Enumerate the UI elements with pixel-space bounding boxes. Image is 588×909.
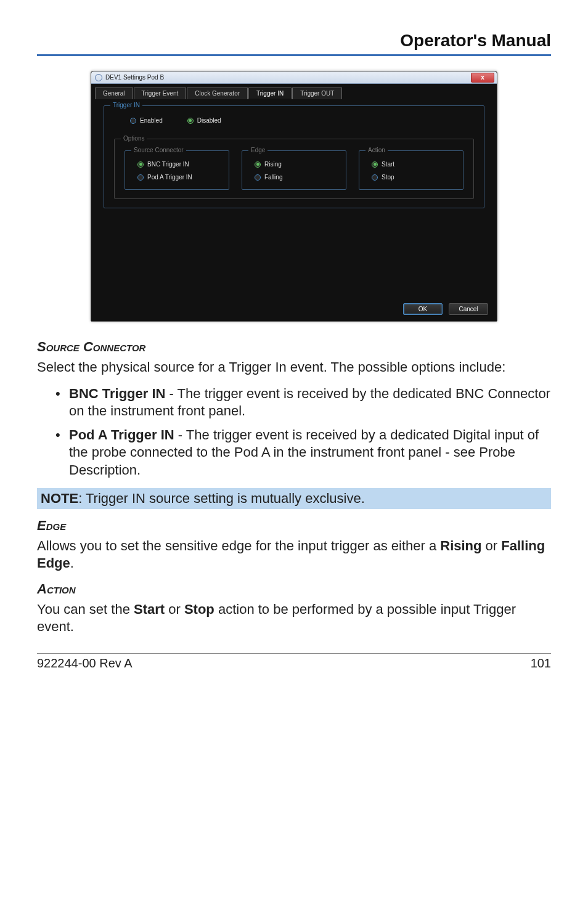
list-item: BNC Trigger IN - The trigger event is re… — [69, 385, 551, 420]
radio-falling-label: Falling — [264, 174, 282, 181]
radio-rising[interactable]: Rising — [255, 161, 337, 168]
text-source-intro: Select the physical source for a Trigger… — [37, 359, 551, 377]
heading-action: Action — [37, 581, 551, 597]
gear-icon — [95, 74, 102, 81]
source-options-list: BNC Trigger IN - The trigger event is re… — [37, 385, 551, 479]
note-prefix: NOTE — [41, 491, 78, 506]
radio-pod-a-trigger-in[interactable]: Pod A Trigger IN — [137, 174, 220, 181]
list-item: Pod A Trigger IN - The trigger event is … — [69, 426, 551, 479]
text-fragment: You can set the — [37, 601, 134, 617]
radio-stop-label: Stop — [382, 174, 394, 181]
radio-dot-icon — [137, 161, 144, 168]
page-footer: 922244-00 Rev A 101 — [37, 654, 551, 671]
group-action-legend: Action — [365, 147, 388, 153]
radio-pod-a-label: Pod A Trigger IN — [147, 174, 192, 181]
radio-dot-icon — [187, 118, 194, 124]
text-fragment: Allows you to set the sensitive edge for… — [37, 538, 440, 553]
group-edge-legend: Edge — [248, 147, 267, 153]
radio-stop[interactable]: Stop — [372, 174, 454, 181]
ok-button[interactable]: OK — [403, 303, 443, 315]
group-edge: Edge Rising Falling — [242, 150, 346, 190]
group-trigger-in-legend: Trigger IN — [110, 102, 142, 108]
settings-window: DEV1 Settings Pod B x General Trigger Ev… — [91, 71, 497, 322]
window-title: DEV1 Settings Pod B — [105, 74, 164, 81]
radio-disabled[interactable]: Disabled — [187, 117, 221, 124]
footer-rev: 922244-00 Rev A — [37, 656, 133, 671]
radio-bnc-trigger-in[interactable]: BNC Trigger IN — [137, 161, 220, 168]
group-action: Action Start Stop — [359, 150, 463, 190]
radio-enabled-label: Enabled — [140, 117, 163, 124]
radio-start-label: Start — [382, 161, 394, 168]
radio-enabled[interactable]: Enabled — [130, 117, 163, 124]
page-header-title: Operator's Manual — [37, 31, 551, 54]
cancel-button[interactable]: Cancel — [449, 303, 488, 315]
text-fragment: . — [70, 555, 74, 571]
window-body: General Trigger Event Clock Generator Tr… — [91, 84, 497, 297]
group-options-legend: Options — [121, 135, 147, 142]
tab-bar: General Trigger Event Clock Generator Tr… — [95, 88, 493, 99]
text-edge: Allows you to set the sensitive edge for… — [37, 537, 551, 573]
radio-bnc-label: BNC Trigger IN — [147, 161, 189, 168]
radio-start[interactable]: Start — [372, 161, 454, 168]
window-close-button[interactable]: x — [471, 73, 494, 83]
note-text: : Trigger IN source setting is mutually … — [78, 491, 365, 506]
heading-edge: Edge — [37, 518, 551, 534]
radio-dot-icon — [137, 174, 144, 181]
text-action: You can set the Start or Stop action to … — [37, 601, 551, 636]
tab-trigger-in[interactable]: Trigger IN — [248, 88, 292, 99]
footer-page-number: 101 — [531, 656, 551, 671]
tab-trigger-out[interactable]: Trigger OUT — [292, 88, 342, 99]
radio-dot-icon — [130, 118, 136, 124]
group-options: Options Source Connector BNC Trigger IN — [114, 139, 474, 199]
group-source-connector: Source Connector BNC Trigger IN Pod A Tr… — [125, 150, 229, 190]
radio-falling[interactable]: Falling — [255, 174, 337, 181]
text-bold-stop: Stop — [184, 601, 214, 617]
text-bold-start: Start — [134, 601, 165, 617]
radio-dot-icon — [372, 161, 378, 168]
tab-trigger-event[interactable]: Trigger Event — [134, 88, 187, 99]
text-fragment: or — [482, 538, 502, 553]
note-box: NOTE: Trigger IN source setting is mutua… — [37, 488, 551, 509]
close-icon: x — [481, 74, 484, 81]
heading-source-connector: Source Connector — [37, 339, 551, 355]
tab-clock-generator[interactable]: Clock Generator — [187, 88, 248, 99]
radio-disabled-label: Disabled — [197, 117, 221, 124]
radio-dot-icon — [255, 174, 261, 181]
screenshot-container: DEV1 Settings Pod B x General Trigger Ev… — [37, 71, 551, 322]
bullet-bnc-label: BNC Trigger IN — [69, 386, 165, 401]
tab-general[interactable]: General — [95, 88, 133, 99]
radio-rising-label: Rising — [264, 161, 282, 168]
radio-dot-icon — [372, 174, 378, 181]
group-source-connector-legend: Source Connector — [131, 147, 186, 153]
text-bold-rising: Rising — [440, 538, 481, 553]
window-footer: OK Cancel — [91, 297, 497, 321]
group-trigger-in: Trigger IN Enabled Disabled Options — [104, 105, 484, 208]
radio-dot-icon — [255, 161, 261, 168]
text-fragment: or — [165, 601, 184, 617]
window-titlebar: DEV1 Settings Pod B x — [91, 71, 497, 84]
bullet-poda-label: Pod A Trigger IN — [69, 427, 174, 442]
header-rule — [37, 54, 551, 56]
